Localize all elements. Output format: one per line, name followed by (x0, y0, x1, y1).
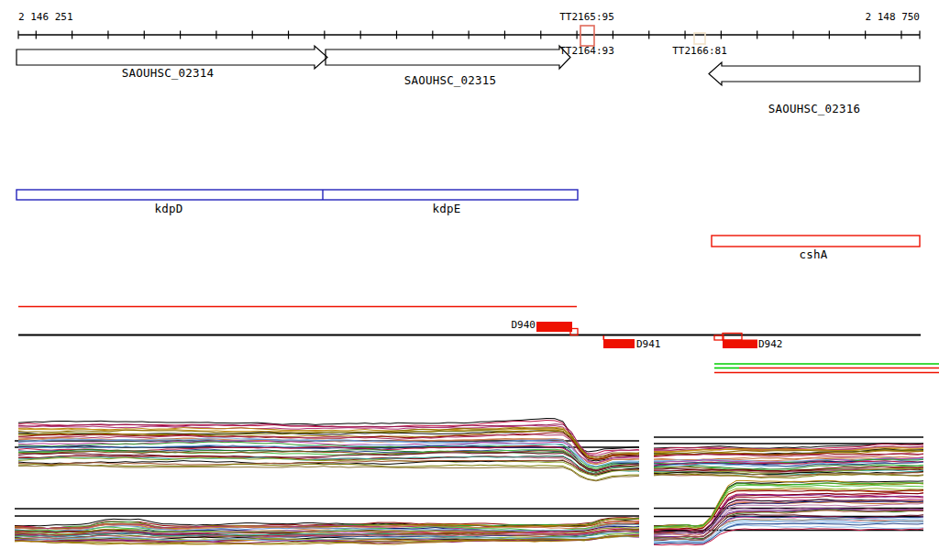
profile-band-bottom-left (15, 518, 639, 544)
profile-band-top-left (18, 419, 639, 481)
gene-arrow-SAOUHSC_02316[interactable] (709, 62, 920, 85)
d940-box[interactable] (536, 322, 572, 332)
cshA-box[interactable] (712, 236, 920, 247)
gene-arrow-SAOUHSC_02315[interactable] (326, 46, 570, 69)
profile-band-bottom-right (654, 480, 923, 544)
profile-band-top-right (654, 444, 923, 478)
genome-view-canvas (0, 0, 939, 560)
tss-marker-TT2165[interactable] (580, 26, 594, 46)
kdp-operon-box[interactable] (17, 190, 578, 200)
expression-profile-trace (18, 465, 639, 481)
expression-profile-trace (18, 456, 639, 475)
gene-arrow-SAOUHSC_02314[interactable] (17, 46, 327, 69)
genome-browser-window: 2 146 251TT2165:952 148 750TT2164:93TT21… (0, 0, 939, 560)
d941-box[interactable] (603, 339, 635, 348)
d942-box[interactable] (723, 340, 757, 349)
